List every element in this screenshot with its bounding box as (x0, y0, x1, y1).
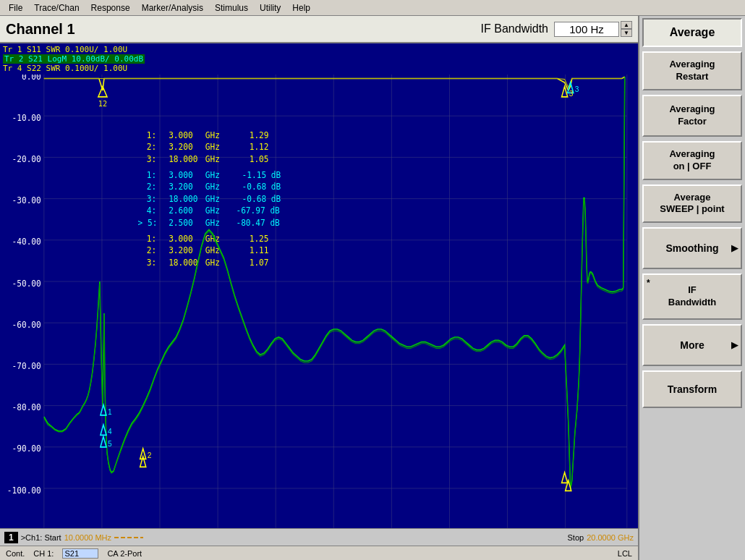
status-ch: CH 1: (33, 549, 54, 558)
svg-text:-70.00: -70.00 (12, 361, 41, 372)
svg-text:3.000: 3.000 (169, 234, 193, 245)
svg-text:GHz: GHz (205, 258, 220, 268)
svg-text:3:: 3: (147, 154, 156, 165)
averaging-on-off-label: Averagingon | OFF (669, 148, 715, 173)
svg-text:GHz: GHz (205, 154, 220, 165)
average-label: Average (670, 25, 715, 39)
menu-response[interactable]: Response (85, 1, 136, 14)
svg-text:3.000: 3.000 (169, 170, 193, 181)
if-bw-up[interactable]: ▲ (621, 21, 632, 29)
more-label: More (680, 339, 704, 352)
svg-text:3.200: 3.200 (169, 182, 193, 192)
svg-text:-20.00: -20.00 (12, 154, 41, 165)
status-port: CA 2-Port (107, 549, 142, 558)
svg-text:4:: 4: (147, 205, 156, 216)
lcl-badge: LCL (618, 549, 632, 558)
svg-text:1:: 1: (147, 234, 156, 245)
if-bandwidth-button[interactable]: * IFBandwidth (642, 273, 742, 320)
average-button[interactable]: Average (642, 18, 742, 47)
averaging-factor-label: AveragingFactor (669, 103, 715, 128)
if-bandwidth-label: IFBandwidth (668, 284, 716, 309)
svg-text:GHz: GHz (205, 142, 220, 153)
average-sweep-point-label: AverageSWEEP | point (660, 192, 724, 216)
more-button[interactable]: More ▶ (642, 324, 742, 366)
svg-text:1.29: 1.29 (250, 130, 269, 141)
smoothing-label: Smoothing (665, 242, 718, 255)
svg-text:-0.68 dB: -0.68 dB (242, 182, 281, 192)
svg-text:GHz: GHz (205, 205, 220, 216)
svg-text:3.200: 3.200 (169, 142, 193, 153)
svg-text:3.000: 3.000 (169, 130, 193, 141)
svg-text:-10.00: -10.00 (12, 112, 41, 123)
menu-marker-analysis[interactable]: Marker/Analysis (136, 1, 209, 14)
start-freq: 10.0000 MHz (64, 533, 111, 542)
smoothing-button[interactable]: Smoothing ▶ (642, 227, 742, 269)
channel-title: Channel 1 (6, 21, 481, 38)
svg-text:3: 3 (569, 88, 574, 97)
averaging-restart-button[interactable]: AveragingRestart (642, 51, 742, 90)
transform-button[interactable]: Transform (642, 370, 742, 408)
svg-text:18.000: 18.000 (169, 258, 197, 268)
svg-text:-67.97 dB: -67.97 dB (236, 205, 279, 216)
menu-utility[interactable]: Utility (254, 1, 286, 14)
svg-text:5: 5 (108, 438, 112, 447)
svg-text:1:: 1: (147, 170, 156, 181)
status-line: Cont. CH 1: CA 2-Port LCL (0, 546, 638, 560)
svg-text:2: 2 (148, 451, 152, 459)
trace-1-header: Tr 1 S11 SWR 0.100U/ 1.00U (3, 45, 127, 54)
svg-text:-40.00: -40.00 (12, 237, 41, 247)
svg-text:2.600: 2.600 (169, 205, 193, 216)
svg-text:GHz: GHz (205, 170, 220, 181)
svg-text:-1.15 dB: -1.15 dB (242, 170, 281, 181)
channel-number: 1 (4, 532, 18, 543)
averaging-on-off-button[interactable]: Averagingon | OFF (642, 141, 742, 180)
svg-text:1.11: 1.11 (250, 245, 269, 256)
svg-text:1.05: 1.05 (250, 154, 269, 165)
status-cont: Cont. (6, 549, 25, 558)
svg-text:> 5:: > 5: (138, 218, 158, 229)
svg-text:12: 12 (98, 99, 107, 108)
average-sweep-point-button[interactable]: AverageSWEEP | point (642, 184, 742, 224)
svg-text:1.12: 1.12 (250, 142, 269, 153)
header-bar: Channel 1 IF Bandwidth ▲ ▼ (0, 16, 638, 43)
if-bandwidth-spinners: ▲ ▼ (621, 21, 632, 37)
averaging-factor-button[interactable]: AveragingFactor (642, 95, 742, 137)
svg-text:18.000: 18.000 (169, 194, 197, 205)
svg-text:0.00: 0.00 (22, 75, 41, 82)
menu-bar: File Trace/Chan Response Marker/Analysis… (0, 0, 745, 16)
svg-text:18.000: 18.000 (169, 154, 197, 165)
svg-text:-90.00: -90.00 (12, 444, 41, 454)
right-panel: Average AveragingRestart AveragingFactor… (638, 16, 745, 560)
svg-text:-80.47 dB: -80.47 dB (236, 218, 279, 229)
trace-2-header: Tr 2 S21 LogM 10.00dB/ 0.00dB (3, 54, 145, 64)
smoothing-arrow-icon: ▶ (731, 243, 738, 253)
svg-text:-0.68 dB: -0.68 dB (242, 194, 281, 205)
svg-text:1: 1 (108, 407, 112, 415)
menu-file[interactable]: File (3, 1, 28, 14)
stop-label: Stop (568, 533, 584, 542)
main-layout: Channel 1 IF Bandwidth ▲ ▼ Tr 1 S11 SWR … (0, 16, 745, 560)
trace-headers: Tr 1 S11 SWR 0.100U/ 1.00U Tr 2 S21 LogM… (0, 43, 638, 75)
if-bw-down[interactable]: ▼ (621, 29, 632, 37)
svg-text:3: 3 (575, 85, 579, 93)
svg-text:1.25: 1.25 (250, 234, 269, 245)
svg-text:GHz: GHz (205, 182, 220, 192)
chart-svg: 0.00 -10.00 -20.00 -30.00 -40.00 -50.00 … (0, 75, 638, 528)
status-trace-input[interactable] (62, 548, 98, 559)
menu-help[interactable]: Help (286, 1, 316, 14)
trace-4-header: Tr 4 S22 SWR 0.100U/ 1.00U (3, 64, 127, 73)
menu-trace-chan[interactable]: Trace/Chan (28, 1, 85, 14)
bottom-bar: 1 >Ch1: Start 10.0000 MHz Stop 20.0000 G… (0, 528, 638, 546)
svg-text:2.500: 2.500 (169, 218, 193, 229)
menu-stimulus[interactable]: Stimulus (209, 1, 254, 14)
if-bandwidth-label: IF Bandwidth (481, 22, 548, 35)
svg-text:3:: 3: (147, 258, 156, 268)
svg-text:2:: 2: (147, 245, 156, 256)
if-bandwidth-input[interactable] (554, 22, 619, 37)
transform-label: Transform (668, 383, 717, 396)
svg-text:GHz: GHz (205, 130, 220, 141)
chart-container: Tr 1 S11 SWR 0.100U/ 1.00U Tr 2 S21 LogM… (0, 43, 638, 546)
svg-text:2:: 2: (147, 142, 156, 153)
svg-text:GHz: GHz (205, 218, 220, 229)
svg-text:-30.00: -30.00 (12, 195, 41, 206)
